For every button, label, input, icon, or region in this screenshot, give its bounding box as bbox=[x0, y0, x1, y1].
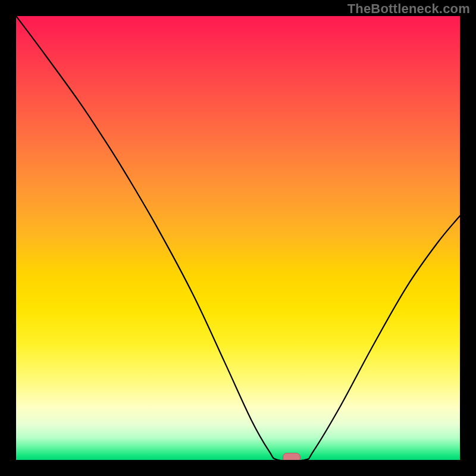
watermark-text: TheBottleneck.com bbox=[347, 1, 470, 17]
plot-area bbox=[16, 16, 460, 460]
curve-path bbox=[16, 16, 460, 460]
bottleneck-curve bbox=[16, 16, 460, 460]
optimum-marker bbox=[283, 453, 300, 460]
plot-inner bbox=[16, 16, 460, 460]
chart-frame: TheBottleneck.com bbox=[0, 0, 476, 476]
